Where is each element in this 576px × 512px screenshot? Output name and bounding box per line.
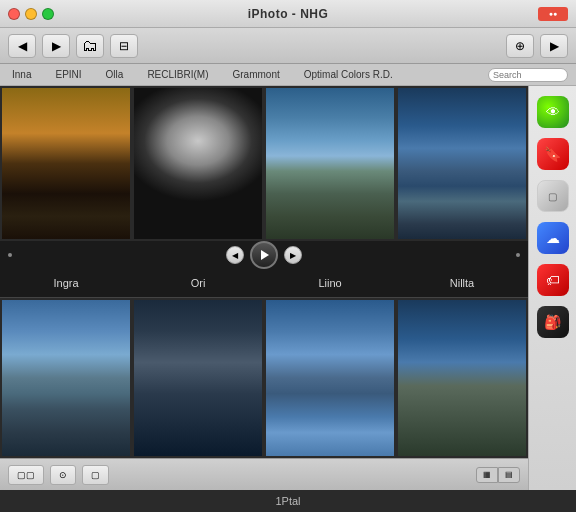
main-content: ◀ ▶ Ingra Ori Liino Nillta — [0, 86, 576, 490]
camera-button[interactable]: ⊟ — [110, 34, 138, 58]
maximize-button[interactable] — [42, 8, 54, 20]
forward-icon: ▶ — [52, 39, 61, 53]
eye-dock-icon: 👁 — [537, 96, 569, 128]
thumbnail-8[interactable] — [398, 300, 526, 456]
gallery-area: ◀ ▶ Ingra Ori Liino Nillta — [0, 86, 528, 490]
tab-bar: Inna EPINI Olla RECLIBRI(M) Grammont Opt… — [0, 64, 576, 86]
search-input[interactable] — [488, 68, 568, 82]
dock-item-eye[interactable]: 👁 — [535, 94, 571, 130]
action-button[interactable]: ▶ — [540, 34, 568, 58]
grid-view-icon: ▦ — [483, 470, 491, 479]
thumb-image-7 — [266, 300, 394, 456]
toolbar: ◀ ▶ 🗂 ⊟ ⊕ ▶ — [0, 28, 576, 64]
thumb-image-1 — [2, 88, 130, 239]
play-button[interactable] — [250, 241, 278, 269]
tab-grammont[interactable]: Grammont — [229, 67, 284, 82]
label-ori: Ori — [132, 277, 264, 289]
rotate-button[interactable]: ⊙ — [50, 465, 76, 485]
title-bar: iPhoto - NHG ●● — [0, 0, 576, 28]
scrubber-dot-right — [516, 253, 520, 257]
back-button[interactable]: ◀ — [8, 34, 36, 58]
dock-item-settings[interactable]: ▢ — [535, 178, 571, 214]
label-nillta: Nillta — [396, 277, 528, 289]
minimize-button[interactable] — [25, 8, 37, 20]
scrubber-area: ◀ ▶ — [0, 241, 528, 269]
tag-dock-icon: 🏷 — [537, 264, 569, 296]
window-title: iPhoto - NHG — [248, 7, 329, 21]
square-button[interactable]: ▢ — [82, 465, 109, 485]
label-ingra: Ingra — [0, 277, 132, 289]
grid-icon: ▢▢ — [17, 470, 35, 480]
scrubber-dot-left — [8, 253, 12, 257]
thumb-image-2 — [134, 88, 262, 239]
dock-item-tag[interactable]: 🏷 — [535, 262, 571, 298]
camera-icon: ⊟ — [119, 39, 129, 53]
folder-button[interactable]: 🗂 — [76, 34, 104, 58]
list-view-icon: ▤ — [505, 470, 513, 479]
list-view-button[interactable]: ▤ — [498, 467, 520, 483]
thumbnail-7[interactable] — [266, 300, 394, 456]
thumbnail-4[interactable] — [398, 88, 526, 239]
tab-inna[interactable]: Inna — [8, 67, 35, 82]
bottom-controls: ▢▢ ⊙ ▢ ▦ ▤ — [0, 458, 528, 490]
nav-button[interactable]: ⊕ — [506, 34, 534, 58]
tab-olla[interactable]: Olla — [102, 67, 128, 82]
labels-row: Ingra Ori Liino Nillta — [0, 269, 528, 297]
thumb-image-8 — [398, 300, 526, 456]
forward-button[interactable]: ▶ — [42, 34, 70, 58]
action-icon: ▶ — [550, 39, 559, 53]
status-indicators: ●● — [538, 7, 568, 21]
next-button[interactable]: ▶ — [284, 246, 302, 264]
alert-indicator: ●● — [538, 7, 568, 21]
thumbnail-2[interactable] — [134, 88, 262, 239]
thumb-image-6 — [134, 300, 262, 456]
square-icon: ▢ — [91, 470, 100, 480]
prev-button[interactable]: ◀ — [226, 246, 244, 264]
grid-button[interactable]: ▢▢ — [8, 465, 44, 485]
dock-item-bookmark[interactable]: 🔖 — [535, 136, 571, 172]
thumbnail-3[interactable] — [266, 88, 394, 239]
playback-controls: ◀ ▶ — [226, 241, 302, 269]
play-icon — [261, 250, 269, 260]
nav-icon: ⊕ — [515, 39, 525, 53]
label-liino: Liino — [264, 277, 396, 289]
thumbnail-5[interactable] — [2, 300, 130, 456]
folder-icon: 🗂 — [82, 37, 98, 55]
settings-dock-icon: ▢ — [537, 180, 569, 212]
tab-epini[interactable]: EPINI — [51, 67, 85, 82]
thumb-image-4 — [398, 88, 526, 239]
close-button[interactable] — [8, 8, 20, 20]
tab-reclibrim[interactable]: RECLIBRI(M) — [143, 67, 212, 82]
dock-item-cloud[interactable]: ☁ — [535, 220, 571, 256]
status-text: 1Ptal — [275, 495, 300, 507]
bag-dock-icon: 🎒 — [537, 306, 569, 338]
dock-item-bag[interactable]: 🎒 — [535, 304, 571, 340]
thumbnail-6[interactable] — [134, 300, 262, 456]
window-controls — [8, 8, 54, 20]
bookmark-dock-icon: 🔖 — [537, 138, 569, 170]
right-sidebar: 👁 🔖 ▢ ☁ 🏷 🎒 — [528, 86, 576, 490]
cloud-dock-icon: ☁ — [537, 222, 569, 254]
thumb-image-3 — [266, 88, 394, 239]
view-toggle: ▦ ▤ — [476, 467, 520, 483]
thumbnail-1[interactable] — [2, 88, 130, 239]
gallery-top-row — [0, 86, 528, 241]
status-bar: 1Ptal — [0, 490, 576, 512]
gallery-bottom-row — [0, 298, 528, 458]
thumb-image-5 — [2, 300, 130, 456]
rotate-icon: ⊙ — [59, 470, 67, 480]
tab-optimal[interactable]: Optimal Colors R.D. — [300, 67, 397, 82]
grid-view-button[interactable]: ▦ — [476, 467, 498, 483]
back-icon: ◀ — [18, 39, 27, 53]
